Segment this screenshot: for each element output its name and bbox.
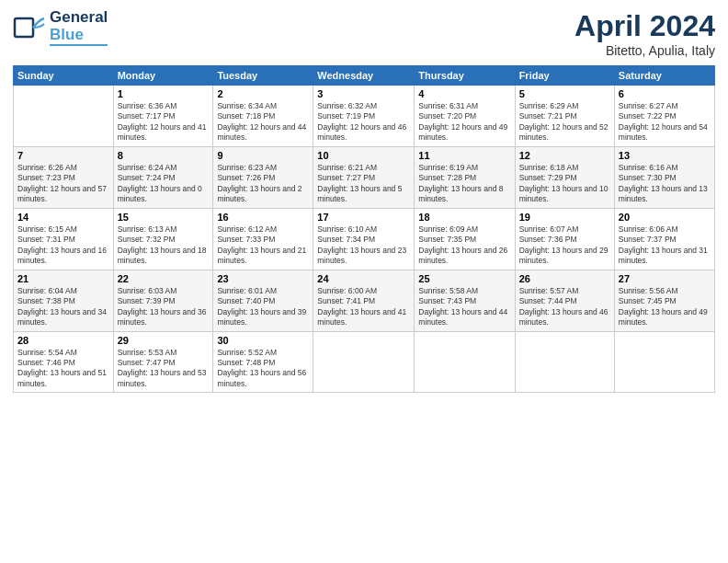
date-number: 11 [418, 150, 510, 161]
main-title: April 2024 [574, 9, 715, 43]
day-info: Sunrise: 5:54 AMSunset: 7:46 PMDaylight:… [17, 348, 109, 390]
calendar-cell: 19 Sunrise: 6:07 AMSunset: 7:36 PMDaylig… [515, 208, 614, 270]
calendar-cell: 24 Sunrise: 6:00 AMSunset: 7:41 PMDaylig… [313, 270, 415, 331]
date-number: 5 [519, 88, 610, 99]
calendar-cell: 29 Sunrise: 5:53 AMSunset: 7:47 PMDaylig… [113, 331, 213, 393]
day-info: Sunrise: 5:56 AMSunset: 7:45 PMDaylight:… [619, 286, 711, 328]
logo-line2: Blue [50, 27, 108, 44]
date-number: 23 [217, 273, 309, 284]
calendar-cell: 13 Sunrise: 6:16 AMSunset: 7:30 PMDaylig… [614, 146, 714, 208]
date-number: 17 [317, 212, 410, 223]
date-number: 16 [217, 212, 309, 223]
day-info: Sunrise: 6:00 AMSunset: 7:41 PMDaylight:… [317, 286, 410, 328]
date-number: 28 [17, 335, 109, 346]
calendar-cell: 23 Sunrise: 6:01 AMSunset: 7:40 PMDaylig… [213, 270, 313, 331]
date-number: 13 [619, 150, 711, 161]
calendar-cell: 4 Sunrise: 6:31 AMSunset: 7:20 PMDayligh… [415, 86, 515, 147]
calendar-week-1: 1 Sunrise: 6:36 AMSunset: 7:17 PMDayligh… [14, 86, 715, 147]
date-number: 10 [317, 150, 410, 161]
date-number: 25 [418, 273, 510, 284]
calendar-cell: 27 Sunrise: 5:56 AMSunset: 7:45 PMDaylig… [614, 270, 714, 331]
day-info: Sunrise: 6:27 AMSunset: 7:22 PMDaylight:… [619, 101, 711, 144]
calendar-cell: 12 Sunrise: 6:18 AMSunset: 7:29 PMDaylig… [515, 146, 614, 208]
col-wednesday: Wednesday [313, 66, 415, 86]
date-number: 1 [118, 88, 210, 99]
date-number: 30 [217, 335, 309, 346]
calendar-cell: 21 Sunrise: 6:04 AMSunset: 7:38 PMDaylig… [14, 270, 114, 331]
calendar-week-2: 7 Sunrise: 6:26 AMSunset: 7:23 PMDayligh… [14, 146, 715, 208]
calendar-cell: 15 Sunrise: 6:13 AMSunset: 7:32 PMDaylig… [113, 208, 213, 270]
day-info: Sunrise: 6:31 AMSunset: 7:20 PMDaylight:… [418, 101, 510, 144]
day-info: Sunrise: 6:23 AMSunset: 7:26 PMDaylight:… [217, 163, 309, 205]
col-saturday: Saturday [614, 66, 714, 86]
date-number: 26 [519, 273, 610, 284]
page-header: General Blue April 2024 Bitetto, Apulia,… [13, 9, 715, 58]
calendar-week-4: 21 Sunrise: 6:04 AMSunset: 7:38 PMDaylig… [14, 270, 715, 331]
calendar-cell [515, 331, 614, 393]
calendar-cell: 8 Sunrise: 6:24 AMSunset: 7:24 PMDayligh… [113, 146, 213, 208]
calendar-cell: 16 Sunrise: 6:12 AMSunset: 7:33 PMDaylig… [213, 208, 313, 270]
date-number: 8 [118, 150, 210, 161]
page-container: General Blue April 2024 Bitetto, Apulia,… [0, 0, 728, 400]
day-info: Sunrise: 6:18 AMSunset: 7:29 PMDaylight:… [519, 163, 610, 205]
calendar-cell [614, 331, 714, 393]
day-info: Sunrise: 6:36 AMSunset: 7:17 PMDaylight:… [118, 101, 210, 144]
calendar-cell: 20 Sunrise: 6:06 AMSunset: 7:37 PMDaylig… [614, 208, 714, 270]
day-info: Sunrise: 5:53 AMSunset: 7:47 PMDaylight:… [118, 348, 210, 390]
calendar-cell [313, 331, 415, 393]
subtitle: Bitetto, Apulia, Italy [574, 43, 715, 58]
calendar-cell: 26 Sunrise: 5:57 AMSunset: 7:44 PMDaylig… [515, 270, 614, 331]
date-number: 18 [418, 212, 510, 223]
col-sunday: Sunday [14, 66, 114, 86]
calendar-cell: 6 Sunrise: 6:27 AMSunset: 7:22 PMDayligh… [614, 86, 714, 147]
calendar-cell: 25 Sunrise: 5:58 AMSunset: 7:43 PMDaylig… [415, 270, 515, 331]
day-info: Sunrise: 6:29 AMSunset: 7:21 PMDaylight:… [519, 101, 610, 144]
col-monday: Monday [113, 66, 213, 86]
logo-line1: General [50, 9, 108, 27]
date-number: 14 [17, 212, 109, 223]
calendar-cell: 9 Sunrise: 6:23 AMSunset: 7:26 PMDayligh… [213, 146, 313, 208]
date-number: 7 [17, 150, 109, 161]
calendar-cell: 7 Sunrise: 6:26 AMSunset: 7:23 PMDayligh… [14, 146, 114, 208]
title-block: April 2024 Bitetto, Apulia, Italy [574, 9, 715, 58]
date-number: 15 [118, 212, 210, 223]
col-friday: Friday [515, 66, 614, 86]
calendar-table: Sunday Monday Tuesday Wednesday Thursday… [13, 65, 715, 393]
calendar-week-5: 28 Sunrise: 5:54 AMSunset: 7:46 PMDaylig… [14, 331, 715, 393]
calendar-cell [415, 331, 515, 393]
calendar-cell: 2 Sunrise: 6:34 AMSunset: 7:18 PMDayligh… [213, 86, 313, 147]
date-number: 12 [519, 150, 610, 161]
day-info: Sunrise: 6:13 AMSunset: 7:32 PMDaylight:… [118, 224, 210, 267]
day-info: Sunrise: 6:09 AMSunset: 7:35 PMDaylight:… [418, 224, 510, 267]
date-number: 9 [217, 150, 309, 161]
day-info: Sunrise: 6:10 AMSunset: 7:34 PMDaylight:… [317, 224, 410, 267]
day-info: Sunrise: 5:57 AMSunset: 7:44 PMDaylight:… [519, 286, 610, 328]
day-info: Sunrise: 6:15 AMSunset: 7:31 PMDaylight:… [17, 224, 109, 267]
day-info: Sunrise: 6:12 AMSunset: 7:33 PMDaylight:… [217, 224, 309, 267]
day-info: Sunrise: 6:32 AMSunset: 7:19 PMDaylight:… [317, 101, 410, 144]
date-number: 24 [317, 273, 410, 284]
col-thursday: Thursday [415, 66, 515, 86]
date-number: 4 [418, 88, 510, 99]
calendar-cell [14, 86, 114, 147]
calendar-cell: 3 Sunrise: 6:32 AMSunset: 7:19 PMDayligh… [313, 86, 415, 147]
day-info: Sunrise: 6:16 AMSunset: 7:30 PMDaylight:… [619, 163, 711, 205]
day-info: Sunrise: 6:19 AMSunset: 7:28 PMDaylight:… [418, 163, 510, 205]
col-tuesday: Tuesday [213, 66, 313, 86]
calendar-week-3: 14 Sunrise: 6:15 AMSunset: 7:31 PMDaylig… [14, 208, 715, 270]
calendar-cell: 28 Sunrise: 5:54 AMSunset: 7:46 PMDaylig… [14, 331, 114, 393]
date-number: 6 [619, 88, 711, 99]
date-number: 20 [619, 212, 711, 223]
date-number: 3 [317, 88, 410, 99]
day-info: Sunrise: 6:26 AMSunset: 7:23 PMDaylight:… [17, 163, 109, 205]
calendar-cell: 17 Sunrise: 6:10 AMSunset: 7:34 PMDaylig… [313, 208, 415, 270]
date-number: 2 [217, 88, 309, 99]
calendar-cell: 22 Sunrise: 6:03 AMSunset: 7:39 PMDaylig… [113, 270, 213, 331]
svg-rect-0 [15, 18, 33, 37]
date-number: 21 [17, 273, 109, 284]
calendar-cell: 5 Sunrise: 6:29 AMSunset: 7:21 PMDayligh… [515, 86, 614, 147]
day-info: Sunrise: 6:03 AMSunset: 7:39 PMDaylight:… [118, 286, 210, 328]
date-number: 22 [118, 273, 210, 284]
date-number: 29 [118, 335, 210, 346]
day-info: Sunrise: 6:34 AMSunset: 7:18 PMDaylight:… [217, 101, 309, 144]
